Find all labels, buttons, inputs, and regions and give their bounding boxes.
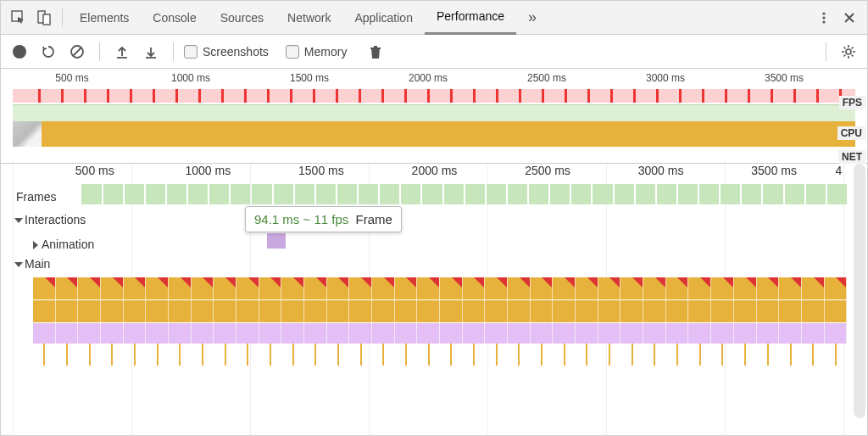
flame-cell[interactable] bbox=[214, 300, 236, 322]
frame-block[interactable] bbox=[380, 184, 399, 204]
flame-cell[interactable] bbox=[214, 277, 236, 299]
flame-cell[interactable] bbox=[688, 300, 711, 322]
flame-chart-panel[interactable]: 500 ms1000 ms1500 ms2000 ms2500 ms3000 m… bbox=[1, 164, 867, 435]
flame-cell[interactable] bbox=[281, 277, 304, 299]
flame-cell[interactable] bbox=[779, 323, 802, 344]
frame-block[interactable] bbox=[763, 184, 782, 204]
frames-lane-header[interactable]: Frames bbox=[13, 188, 56, 205]
flame-cell[interactable] bbox=[395, 323, 418, 344]
flame-cell[interactable] bbox=[779, 300, 802, 322]
main-lane-header[interactable]: Main bbox=[13, 255, 847, 272]
frame-block[interactable] bbox=[401, 184, 420, 204]
frame-block[interactable] bbox=[657, 184, 676, 204]
flame-cell[interactable] bbox=[508, 277, 531, 299]
flame-cell[interactable] bbox=[33, 277, 56, 299]
frame-block[interactable] bbox=[571, 184, 591, 204]
flame-cell[interactable] bbox=[666, 323, 689, 344]
flame-cell[interactable] bbox=[33, 323, 56, 344]
flame-cell[interactable] bbox=[417, 323, 440, 344]
frames-lane[interactable] bbox=[81, 184, 847, 204]
flame-cell[interactable] bbox=[236, 300, 259, 322]
flame-cell[interactable] bbox=[372, 323, 395, 344]
flame-cell[interactable] bbox=[281, 300, 304, 322]
flame-cell[interactable] bbox=[734, 300, 757, 322]
flame-cell[interactable] bbox=[327, 323, 350, 344]
flame-cell[interactable] bbox=[463, 323, 486, 344]
flame-cell[interactable] bbox=[576, 323, 598, 344]
flame-cell[interactable] bbox=[417, 277, 440, 299]
flame-cell[interactable] bbox=[124, 277, 147, 299]
frame-block[interactable] bbox=[125, 184, 144, 204]
frame-block[interactable] bbox=[615, 184, 634, 204]
flame-cell[interactable] bbox=[33, 300, 56, 322]
frame-block[interactable] bbox=[487, 184, 506, 204]
flame-cell[interactable] bbox=[643, 300, 666, 322]
flame-cell[interactable] bbox=[734, 277, 757, 299]
flame-cell[interactable] bbox=[553, 323, 576, 344]
frame-block[interactable] bbox=[465, 184, 485, 204]
tabs-overflow-icon[interactable]: » bbox=[516, 1, 548, 35]
flame-cell[interactable] bbox=[802, 300, 825, 322]
flame-cell[interactable] bbox=[349, 323, 372, 344]
flame-cell[interactable] bbox=[779, 277, 802, 299]
frame-block[interactable] bbox=[274, 184, 293, 204]
flame-cell[interactable] bbox=[56, 277, 79, 299]
flame-cell[interactable] bbox=[485, 323, 508, 344]
flame-cell[interactable] bbox=[259, 323, 282, 344]
flame-cell[interactable] bbox=[802, 323, 825, 344]
flame-cell[interactable] bbox=[372, 277, 395, 299]
flame-cell[interactable] bbox=[508, 300, 531, 322]
flame-cell[interactable] bbox=[101, 300, 124, 322]
flame-cell[interactable] bbox=[598, 277, 621, 299]
frame-block[interactable] bbox=[146, 184, 165, 204]
flame-cell[interactable] bbox=[576, 300, 598, 322]
flame-cell[interactable] bbox=[440, 277, 463, 299]
close-devtools-icon[interactable] bbox=[837, 5, 862, 31]
flame-cell[interactable] bbox=[711, 277, 734, 299]
load-profile-icon[interactable] bbox=[110, 40, 134, 64]
flame-cell[interactable] bbox=[531, 300, 554, 322]
frame-block[interactable] bbox=[699, 184, 719, 204]
flame-cell[interactable] bbox=[78, 323, 101, 344]
flame-cell[interactable] bbox=[214, 323, 236, 344]
flame-cell[interactable] bbox=[395, 277, 418, 299]
flame-cell[interactable] bbox=[825, 300, 848, 322]
flame-cell[interactable] bbox=[124, 323, 147, 344]
flame-cell[interactable] bbox=[440, 323, 463, 344]
flame-cell[interactable] bbox=[643, 277, 666, 299]
flame-cell[interactable] bbox=[169, 300, 192, 322]
tab-application[interactable]: Application bbox=[342, 1, 425, 35]
flame-cell[interactable] bbox=[78, 277, 101, 299]
flame-cell[interactable] bbox=[643, 323, 666, 344]
flame-cell[interactable] bbox=[757, 300, 780, 322]
flame-cell[interactable] bbox=[281, 323, 304, 344]
inspect-element-icon[interactable] bbox=[6, 5, 31, 31]
frame-block[interactable] bbox=[529, 184, 548, 204]
animation-lane[interactable]: Animation bbox=[30, 233, 847, 249]
flame-cell[interactable] bbox=[259, 300, 282, 322]
screenshots-checkbox[interactable]: Screenshots bbox=[184, 45, 269, 59]
tab-network[interactable]: Network bbox=[275, 1, 342, 35]
save-profile-icon[interactable] bbox=[139, 40, 163, 64]
frame-block[interactable] bbox=[444, 184, 464, 204]
collect-garbage-icon[interactable] bbox=[364, 40, 387, 64]
frame-block[interactable] bbox=[167, 184, 186, 204]
flame-cell[interactable] bbox=[169, 277, 192, 299]
flame-cell[interactable] bbox=[553, 300, 576, 322]
tab-elements[interactable]: Elements bbox=[68, 1, 141, 35]
flame-cell[interactable] bbox=[620, 323, 643, 344]
flame-cell[interactable] bbox=[372, 300, 395, 322]
flame-cell[interactable] bbox=[327, 277, 350, 299]
frame-block[interactable] bbox=[316, 184, 336, 204]
frame-block[interactable] bbox=[827, 184, 847, 204]
frame-block[interactable] bbox=[359, 184, 378, 204]
flame-cell[interactable] bbox=[192, 277, 214, 299]
flame-cell[interactable] bbox=[192, 300, 214, 322]
flame-cell[interactable] bbox=[485, 300, 508, 322]
frame-block[interactable] bbox=[721, 184, 740, 204]
flame-cell[interactable] bbox=[553, 277, 576, 299]
flame-cell[interactable] bbox=[101, 277, 124, 299]
flame-cell[interactable] bbox=[598, 300, 621, 322]
flame-cell[interactable] bbox=[463, 300, 486, 322]
settings-gear-icon[interactable] bbox=[837, 40, 860, 64]
